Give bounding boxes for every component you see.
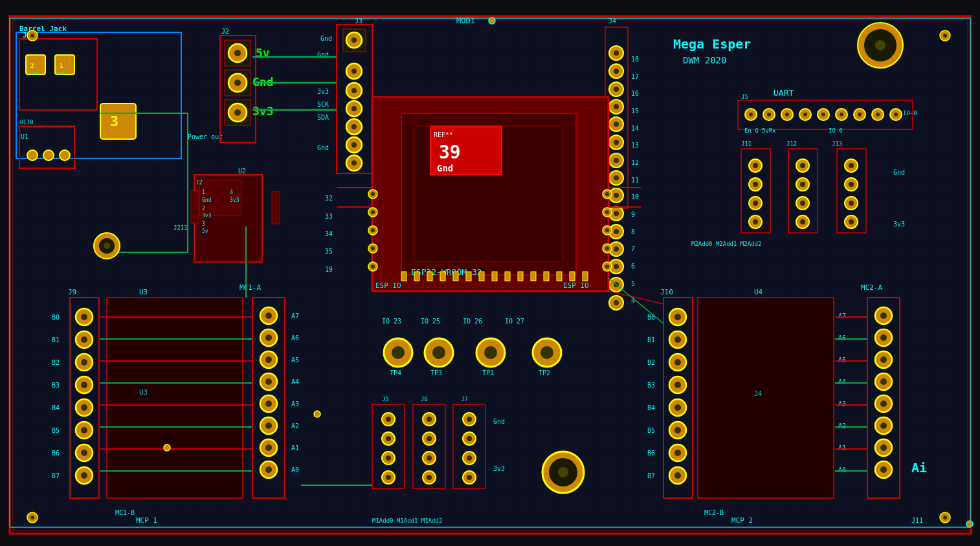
svg-point-381 [30,34,34,38]
svg-point-319 [880,334,887,341]
svg-rect-311 [698,298,834,498]
svg-point-357 [800,182,805,187]
svg-text:MCP 1: MCP 1 [136,516,157,525]
svg-text:ESP IO: ESP IO [563,281,589,290]
svg-rect-422 [583,272,588,281]
svg-point-346 [753,163,758,168]
svg-text:18: 18 [631,56,639,63]
svg-text:2: 2 [202,206,205,212]
svg-point-325 [880,400,887,407]
svg-rect-408 [401,272,406,281]
svg-point-359 [800,201,805,206]
svg-text:B5: B5 [647,427,655,434]
svg-point-298 [674,427,681,433]
svg-text:J6: J6 [421,396,428,402]
svg-text:33: 33 [325,213,333,220]
svg-text:B5: B5 [52,427,60,434]
svg-text:34: 34 [325,230,333,237]
svg-text:Gnd: Gnd [202,197,212,203]
svg-point-393 [371,228,375,232]
svg-point-261 [427,417,432,422]
svg-point-397 [371,265,375,268]
svg-text:A6: A6 [291,334,299,342]
svg-text:U2: U2 [238,168,246,175]
svg-text:A1: A1 [838,444,846,452]
svg-point-144 [858,113,862,116]
svg-text:U4: U4 [754,288,763,296]
svg-point-254 [386,436,391,441]
svg-text:J5: J5 [741,94,748,100]
svg-point-189 [81,427,87,433]
svg-text:A7: A7 [291,312,299,320]
svg-text:REF**: REF** [434,131,453,138]
svg-text:A1: A1 [291,444,299,452]
svg-text:B1: B1 [647,336,655,344]
svg-text:12: 12 [631,159,639,166]
svg-text:J9: J9 [68,288,76,296]
svg-text:IO-0: IO-0 [829,127,843,134]
svg-text:16: 16 [631,90,639,97]
svg-text:B2: B2 [647,359,655,366]
svg-point-383 [943,34,947,38]
svg-point-208 [265,312,272,319]
svg-point-387 [943,516,947,519]
svg-point-222 [265,466,272,473]
svg-rect-413 [466,272,471,281]
svg-point-292 [674,359,681,366]
svg-point-300 [674,450,681,456]
svg-point-327 [880,422,887,429]
svg-point-96 [614,122,619,127]
svg-rect-414 [479,272,484,281]
svg-text:IO-0: IO-0 [903,110,917,116]
svg-text:3v3: 3v3 [493,465,505,472]
svg-point-61 [351,142,357,147]
svg-point-210 [265,334,272,341]
svg-point-343 [104,243,110,249]
svg-rect-412 [453,272,458,281]
svg-point-55 [351,88,357,93]
svg-text:B1: B1 [52,336,60,344]
svg-text:IO 25: IO 25 [421,318,440,325]
svg-point-294 [674,382,681,388]
svg-text:B7: B7 [647,472,655,479]
svg-point-112 [614,264,619,269]
svg-text:M1Add0 M1Add1 M1Add2: M1Add0 M1Add1 M1Add2 [372,518,442,524]
svg-point-212 [265,356,272,363]
svg-point-350 [753,201,758,206]
svg-point-181 [81,336,87,343]
pcb-canvas: Barrel Jack J1 2 Gnd 1 Vin U1 3 U178 Pow… [0,0,980,546]
svg-text:B3: B3 [647,382,655,389]
svg-point-290 [674,336,681,343]
svg-point-148 [894,113,898,116]
svg-rect-202 [107,298,243,498]
svg-point-252 [386,417,391,422]
svg-text:U3: U3 [139,388,148,397]
svg-text:U1: U1 [21,133,28,140]
svg-text:MCP 2: MCP 2 [731,516,753,525]
svg-text:Power out: Power out [188,133,223,140]
svg-rect-410 [427,272,432,281]
svg-point-138 [803,113,807,116]
svg-text:IO 27: IO 27 [505,318,524,325]
svg-point-94 [614,104,619,109]
svg-point-265 [427,455,432,461]
svg-text:J12: J12 [786,140,797,147]
svg-text:32: 32 [325,195,333,202]
svg-point-258 [386,475,391,480]
svg-point-270 [467,417,472,422]
svg-point-403 [605,228,609,232]
svg-text:Gnd: Gnd [30,71,39,76]
svg-point-276 [467,475,472,480]
svg-point-256 [386,455,391,461]
svg-point-317 [880,312,887,319]
svg-text:Gnd: Gnd [437,163,453,173]
svg-text:J3: J3 [355,17,362,25]
svg-text:3: 3 [110,113,118,129]
svg-text:B3: B3 [52,382,60,389]
svg-point-368 [849,201,854,206]
svg-text:MC1-A: MC1-A [239,283,261,292]
svg-point-220 [265,444,272,451]
svg-point-193 [81,472,87,479]
svg-text:SCK: SCK [317,101,329,108]
svg-point-216 [265,400,272,407]
